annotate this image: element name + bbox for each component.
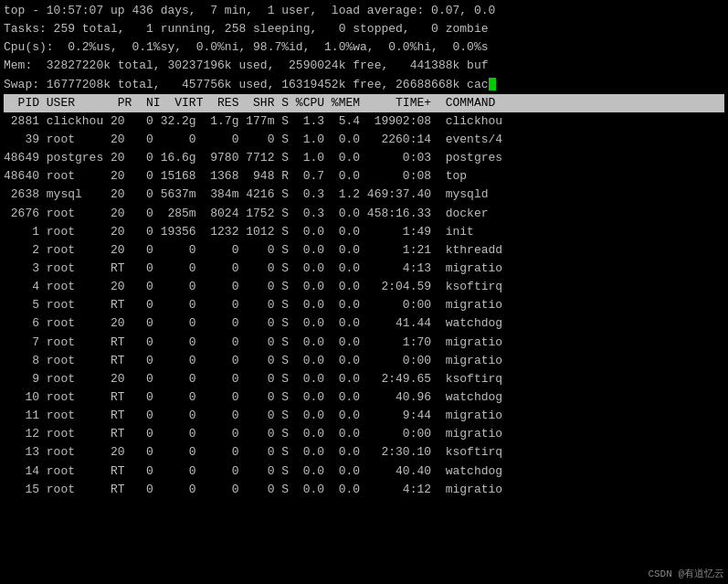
header-line-4: Mem: 32827220k total, 30237196k used, 25… xyxy=(4,57,724,75)
table-row: 2881 clickhou 20 0 32.2g 1.7g 177m S 1.3… xyxy=(4,112,724,131)
table-row: 7 root RT 0 0 0 0 S 0.0 0.0 1:70 migrati… xyxy=(4,334,724,352)
table-row: 13 root 20 0 0 0 0 S 0.0 0.0 2:30.10 kso… xyxy=(4,443,724,462)
table-row: 5 root RT 0 0 0 0 S 0.0 0.0 0:00 migrati… xyxy=(4,296,724,314)
terminal: top - 10:57:07 up 436 days, 7 min, 1 use… xyxy=(0,0,728,584)
cursor-block xyxy=(489,78,496,90)
header-line-3: Cpu(s): 0.2%us, 0.1%sy, 0.0%ni, 98.7%id,… xyxy=(4,38,724,57)
table-row: 15 root RT 0 0 0 0 S 0.0 0.0 4:12 migrat… xyxy=(4,481,724,499)
table-row: 1 root 20 0 19356 1232 1012 S 0.0 0.0 1:… xyxy=(4,223,724,241)
table-row: 14 root RT 0 0 0 0 S 0.0 0.0 40.40 watch… xyxy=(4,462,724,481)
process-table: 2881 clickhou 20 0 32.2g 1.7g 177m S 1.3… xyxy=(4,112,724,499)
header-line-5: Swap: 16777208k total, 457756k used, 163… xyxy=(4,76,724,94)
table-header: PID USER PR NI VIRT RES SHR S %CPU %MEM … xyxy=(4,94,724,112)
header-lines: top - 10:57:07 up 436 days, 7 min, 1 use… xyxy=(4,2,724,94)
table-row: 2638 mysql 20 0 5637m 384m 4216 S 0.3 1.… xyxy=(4,186,724,204)
watermark: CSDN @有道忆云 xyxy=(648,567,724,580)
table-row: 48640 root 20 0 15168 1368 948 R 0.7 0.0… xyxy=(4,167,724,186)
table-row: 6 root 20 0 0 0 0 S 0.0 0.0 41.44 watchd… xyxy=(4,314,724,333)
header-line-1: top - 10:57:07 up 436 days, 7 min, 1 use… xyxy=(4,2,724,20)
table-row: 9 root 20 0 0 0 0 S 0.0 0.0 2:49.65 ksof… xyxy=(4,370,724,388)
table-row: 39 root 20 0 0 0 0 S 1.0 0.0 2260:14 eve… xyxy=(4,131,724,149)
header-line-2: Tasks: 259 total, 1 running, 258 sleepin… xyxy=(4,20,724,38)
table-row: 8 root RT 0 0 0 0 S 0.0 0.0 0:00 migrati… xyxy=(4,352,724,370)
table-row: 10 root RT 0 0 0 0 S 0.0 0.0 40.96 watch… xyxy=(4,388,724,407)
table-row: 12 root RT 0 0 0 0 S 0.0 0.0 0:00 migrat… xyxy=(4,425,724,443)
table-row: 2 root 20 0 0 0 0 S 0.0 0.0 1:21 kthread… xyxy=(4,241,724,260)
table-row: 11 root RT 0 0 0 0 S 0.0 0.0 9:44 migrat… xyxy=(4,407,724,425)
table-row: 48649 postgres 20 0 16.6g 9780 7712 S 1.… xyxy=(4,149,724,167)
table-row: 2676 root 20 0 285m 8024 1752 S 0.3 0.0 … xyxy=(4,205,724,223)
table-row: 4 root 20 0 0 0 0 S 0.0 0.0 2:04.59 ksof… xyxy=(4,278,724,296)
table-row: 3 root RT 0 0 0 0 S 0.0 0.0 4:13 migrati… xyxy=(4,260,724,278)
